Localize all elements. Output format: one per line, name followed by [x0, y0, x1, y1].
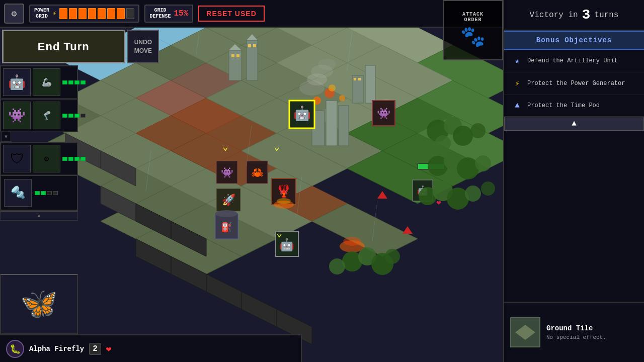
hp-dot-empty: [80, 114, 86, 118]
svg-rect-93: [365, 65, 375, 103]
svg-rect-97: [326, 101, 337, 146]
end-turn-button[interactable]: End Turn: [2, 30, 125, 63]
victory-label: Victory in: [530, 11, 578, 20]
svg-point-143: [435, 135, 451, 151]
power-bar-3: [78, 8, 87, 19]
status-unit-number: 2: [89, 343, 101, 355]
grid-defense-label: GRIDDEFENSE: [149, 8, 171, 20]
unit-portrait-3b: ⚙: [33, 145, 60, 172]
lightning-obj-icon: ⚡: [512, 78, 522, 88]
power-grid-section: POWERGRID ⚡: [29, 5, 139, 23]
unit-list-expand-button[interactable]: ▲: [0, 211, 78, 221]
unit-avatar-3b: ⚙: [44, 154, 49, 164]
power-bar-1: [59, 8, 67, 19]
unit-info-2: [62, 114, 86, 118]
objective-item-2: ⚡ Protect the Power Generator: [504, 72, 644, 95]
svg-point-157: [329, 258, 345, 275]
hp-dot: [62, 157, 67, 161]
svg-text:🦞: 🦞: [276, 184, 291, 199]
svg-point-106: [318, 59, 336, 70]
tile-icon: [510, 317, 540, 347]
objective-item-3: ▲ Protect the Time Pod: [504, 95, 644, 117]
unit-info-3: [62, 157, 86, 161]
bonus-objectives-header: Bonus Objectives: [504, 31, 644, 50]
heart-icon: ❤: [106, 343, 112, 354]
unit-portrait-1: 🤖: [3, 68, 31, 96]
svg-text:👾: 👾: [221, 166, 233, 179]
unit-portrait-2: 👾: [3, 102, 31, 129]
item-card[interactable]: 🔩: [0, 175, 78, 211]
unit-avatar-3: 🛡: [10, 150, 24, 167]
power-bars: [59, 8, 134, 19]
undo-move-button[interactable]: UNDOMOVE: [127, 30, 159, 63]
svg-text:🤖: 🤖: [293, 105, 311, 122]
unit-card-1[interactable]: 🤖 🦾: [0, 65, 78, 99]
grid-defense-percent: 15%: [174, 9, 188, 18]
svg-point-102: [339, 95, 345, 101]
svg-rect-88: [231, 54, 234, 57]
unit-avatar-2b: 🦿: [42, 111, 52, 121]
hp-dot: [68, 157, 73, 161]
svg-text:🦀: 🦀: [251, 166, 264, 179]
tile-description: No special effect.: [546, 334, 606, 340]
svg-rect-95: [358, 78, 361, 80]
power-bar-5: [98, 8, 106, 19]
power-bar-4: [88, 8, 96, 19]
item-info: [35, 191, 74, 195]
power-lightning-icon: ⚡: [52, 9, 56, 18]
unit-list: 🤖 🦾 👾 🦿: [0, 65, 78, 221]
svg-text:⌄: ⌄: [274, 141, 280, 153]
bottom-portrait-image: 🦋: [20, 286, 58, 323]
scroll-up-button[interactable]: ▲: [504, 117, 644, 131]
gear-icon: ⚙: [12, 8, 17, 19]
status-unit-portrait: 🐛: [10, 343, 21, 354]
svg-point-139: [343, 237, 361, 246]
attack-order-label: ATTACKORDER: [462, 12, 484, 23]
hp-dot: [74, 80, 79, 84]
hp-dot: [62, 114, 67, 118]
power-bar-6: [107, 8, 115, 19]
svg-text:🚀: 🚀: [222, 193, 236, 207]
gear-button[interactable]: ⚙: [4, 4, 24, 24]
svg-point-131: [277, 198, 291, 204]
hp-dot: [80, 80, 86, 84]
svg-text:⛽: ⛽: [221, 222, 232, 233]
unit-card-3[interactable]: 🛡 ⚙: [0, 142, 78, 175]
status-unit-icon: 🐛: [6, 340, 24, 358]
tile-info-text: Ground Tile No special effect.: [546, 324, 606, 340]
hp-dot: [74, 157, 79, 161]
unit-hp-3: [62, 157, 86, 161]
unit-hp-1: [62, 80, 86, 84]
objective-text-1: Defend the Artillery Unit: [527, 57, 618, 64]
svg-text:⌄: ⌄: [276, 228, 282, 239]
unit-avatar-1: 🤖: [8, 74, 26, 91]
reset-used-button[interactable]: RESET USED: [198, 6, 264, 22]
item-portrait: 🔩: [4, 179, 32, 207]
svg-text:👾: 👾: [377, 107, 391, 121]
svg-point-148: [475, 155, 491, 171]
hp-dot: [35, 191, 40, 195]
unit-collapse-indicator: ▼: [1, 132, 11, 142]
power-grid-label: POWERGRID: [34, 8, 49, 20]
hp-dot-empty: [47, 191, 52, 195]
unit-card-2[interactable]: 👾 🦿: [0, 99, 78, 132]
hp-dot: [62, 80, 67, 84]
svg-point-153: [481, 182, 495, 196]
svg-point-142: [453, 126, 473, 146]
grid-defense-section: GRIDDEFENSE 15%: [144, 5, 193, 23]
objective-text-2: Protect the Power Generator: [527, 80, 625, 87]
hp-dot-empty: [53, 191, 58, 195]
hp-dot: [41, 191, 46, 195]
item-icon: 🔩: [11, 186, 26, 200]
svg-point-152: [465, 186, 481, 202]
svg-text:🤖: 🤖: [279, 237, 294, 252]
svg-rect-91: [253, 44, 256, 47]
unit-avatar-1b: 🦾: [42, 77, 52, 87]
right-panel: Victory in 3 turns Bonus Objectives ★ De…: [503, 0, 644, 362]
unit-info-1: [62, 80, 86, 84]
objective-text-3: Protect the Time Pod: [527, 102, 600, 109]
top-bar: ⚙ POWERGRID ⚡ GRIDDEFENSE 15% RESET USED: [0, 0, 503, 28]
bonus-objectives-title: Bonus Objectives: [536, 36, 612, 44]
svg-rect-84: [229, 50, 242, 80]
svg-rect-98: [339, 106, 349, 146]
